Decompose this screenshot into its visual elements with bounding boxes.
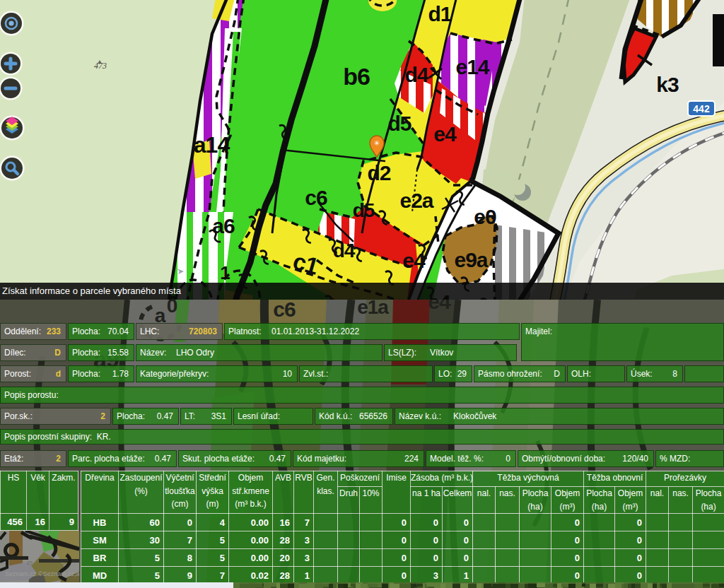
svg-text:e4: e4 [433,122,457,146]
svg-text:a6: a6 [212,214,235,237]
svg-text:d4: d4 [333,240,356,261]
svg-text:473: 473 [94,61,107,71]
svg-text:d5: d5 [387,112,411,135]
svg-text:e2a: e2a [399,189,433,212]
svg-text:c6: c6 [305,186,327,209]
svg-text:e4: e4 [402,249,426,272]
svg-text:e4: e4 [428,300,451,313]
svg-text:e0: e0 [474,205,496,228]
svg-text:442: 442 [693,103,710,114]
svg-text:c6: c6 [273,300,296,321]
svg-text:e1a: e1a [357,300,389,318]
svg-text:0: 0 [167,300,177,317]
svg-text:a14: a14 [194,132,230,158]
svg-text:d5: d5 [353,199,375,221]
svg-text:1: 1 [220,262,230,283]
svg-text:e9a: e9a [454,248,488,271]
svg-text:✳: ✳ [374,139,380,147]
svg-text:b6: b6 [343,63,370,90]
svg-text:e14: e14 [455,55,489,78]
svg-text:d4: d4 [404,63,428,86]
svg-text:d1: d1 [428,2,451,25]
svg-text:d2: d2 [367,161,390,184]
svg-text:k3: k3 [656,73,679,96]
svg-text:Seznam.cz ©Seznam.cz,a.s.: Seznam.cz ©Seznam.cz,a.s. [5,570,79,577]
svg-text:25: 25 [27,560,33,565]
